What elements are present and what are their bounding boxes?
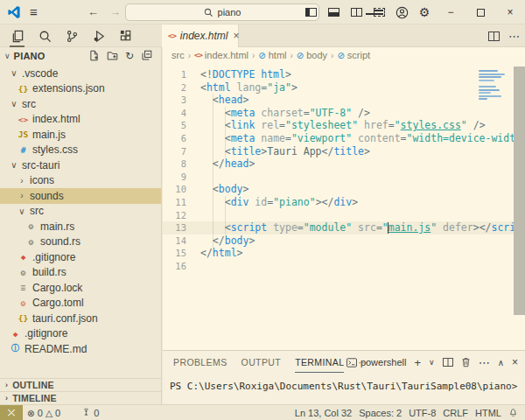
minimize-button[interactable]: − — [436, 0, 466, 24]
back-icon[interactable]: ← — [88, 5, 99, 18]
shell-selector[interactable]: powershell — [346, 357, 407, 368]
eol[interactable]: CRLF — [443, 408, 468, 418]
tab-problems[interactable]: PROBLEMS — [173, 353, 228, 372]
code-line-16[interactable]: 16 — [163, 260, 525, 273]
toml-file-icon: ⚙ — [18, 298, 29, 308]
minimap[interactable] — [479, 70, 510, 102]
tree-item-tauri-conf-json[interactable]: {}tauri.conf.json — [0, 311, 161, 326]
split-editor-icon[interactable] — [488, 32, 500, 41]
tree-item-build-rs[interactable]: ⚙build.rs — [0, 265, 161, 281]
tree-item-src-tauri[interactable]: ∨src-tauri — [0, 158, 161, 173]
terminal-dropdown-icon[interactable]: ∨ — [429, 358, 435, 367]
tree-item-cargo-lock[interactable]: ≡Cargo.lock — [0, 280, 161, 296]
kill-terminal-icon[interactable] — [461, 357, 471, 368]
tab-close-icon[interactable]: × — [234, 30, 240, 42]
breadcrumb-body[interactable]: body — [306, 50, 327, 60]
code-line-13[interactable]: 13 <script type="module" src="main.js" d… — [163, 221, 525, 234]
code-line-6[interactable]: 6 <meta name="viewport" content="width=d… — [163, 132, 525, 145]
code-line-11[interactable]: 11 <div id="piano"></div> — [163, 196, 525, 209]
tree-item-sounds[interactable]: ›sounds — [0, 188, 161, 204]
code-area[interactable]: 1<!DOCTYPE html>2<html lang="ja">3 <head… — [163, 63, 525, 350]
tab-terminal[interactable]: TERMINAL — [295, 353, 344, 373]
breadcrumb-src[interactable]: src — [172, 50, 185, 60]
close-button[interactable]: × — [495, 0, 525, 24]
code-line-14[interactable]: 14 </body> — [163, 234, 525, 248]
menu-icon[interactable]: ≡ — [30, 4, 38, 19]
code-line-5[interactable]: 5 <link rel="stylesheet" href="styles.cs… — [163, 119, 525, 132]
editor[interactable]: src › <> index.html › ⊘ html › ⊘ body › … — [163, 47, 525, 350]
panel-more-icon[interactable]: ⋯ — [479, 356, 490, 369]
new-terminal-icon[interactable]: + — [414, 356, 421, 369]
line-content: <script type="module" src="main.js" defe… — [186, 221, 525, 234]
tree-item-src[interactable]: ∨src — [0, 96, 161, 112]
breadcrumb-html[interactable]: html — [269, 50, 287, 60]
code-line-10[interactable]: 10 <body> — [163, 183, 525, 196]
tree-item-extensions-json[interactable]: {}extensions.json — [0, 81, 161, 97]
account-icon[interactable] — [390, 0, 413, 24]
tree-item-cargo-toml[interactable]: ⚙Cargo.toml — [0, 296, 161, 312]
terminal-prompt[interactable]: PS C:\Users\Roxiga\Documents\Rust\Tauri\… — [163, 374, 525, 392]
encoding[interactable]: UTF-8 — [409, 408, 436, 418]
tree-item-icons[interactable]: ›icons — [0, 173, 161, 189]
collapse-all-icon[interactable] — [141, 50, 152, 62]
refresh-icon[interactable]: ↻ — [125, 50, 134, 62]
language-mode[interactable]: HTML — [475, 408, 501, 418]
editor-scrollbar[interactable] — [514, 66, 525, 315]
close-panel-icon[interactable]: × — [512, 356, 518, 368]
code-line-7[interactable]: 7 <title>Tauri App</title> — [163, 145, 525, 158]
code-line-12[interactable]: 12 — [163, 209, 525, 222]
ports-status[interactable]: 0 — [77, 408, 103, 418]
settings-gear-icon[interactable]: ⚙ — [413, 0, 436, 24]
explorer-icon[interactable] — [7, 25, 28, 47]
code-line-4[interactable]: 4 <meta charset="UTF-8" /> — [163, 107, 525, 120]
notifications-bell-icon[interactable] — [508, 408, 518, 418]
source-control-icon[interactable] — [61, 25, 82, 47]
tree-item-sound-rs[interactable]: ⚙sound.rs — [0, 234, 161, 250]
code-line-8[interactable]: 8 </head> — [163, 158, 525, 171]
outline-section[interactable]: › OUTLINE — [0, 378, 161, 391]
tree-item-src[interactable]: ∨src — [0, 204, 161, 220]
line-number: 4 — [163, 107, 186, 120]
tree-item-main-js[interactable]: JSmain.js — [0, 127, 161, 143]
code-line-9[interactable]: 9 — [163, 171, 525, 184]
breadcrumb-file[interactable]: index.html — [205, 50, 248, 60]
tree-item-main-rs[interactable]: ⚙main.rs — [0, 219, 161, 234]
tab-index-html[interactable]: <> index.html × — [162, 24, 239, 47]
tree-item--gitignore[interactable]: ◆.gitignore — [0, 249, 161, 265]
maximize-button[interactable] — [466, 0, 495, 24]
tab-output[interactable]: OUTPUT — [242, 353, 282, 372]
search-input[interactable]: piano — [125, 4, 319, 21]
extensions-icon[interactable] — [116, 25, 136, 47]
split-terminal-icon[interactable] — [443, 358, 453, 367]
tree-item-readme-md[interactable]: ⓘREADME.md — [0, 341, 161, 357]
problems-status[interactable]: ⊗ 0 △ 0 — [23, 408, 65, 418]
timeline-section[interactable]: › TIMELINE — [0, 391, 161, 404]
tree-item-index-html[interactable]: <>index.html — [0, 112, 161, 128]
breadcrumb-script[interactable]: script — [347, 50, 370, 60]
tree-item--gitignore[interactable]: ◆.gitignore — [0, 326, 161, 342]
code-line-1[interactable]: 1<!DOCTYPE html> — [163, 68, 525, 81]
toggle-sidebar-icon[interactable] — [299, 0, 322, 24]
tree-item-styles-css[interactable]: #styles.css — [0, 143, 161, 158]
run-debug-icon[interactable] — [88, 25, 109, 47]
cursor-position[interactable]: Ln 13, Col 32 — [295, 408, 352, 418]
explorer-header[interactable]: ∨ PIANO ↻ — [0, 47, 161, 65]
tree-item-label: .gitignore — [32, 251, 75, 263]
new-file-icon[interactable] — [88, 50, 100, 62]
info-file-icon: ⓘ — [10, 343, 21, 354]
code-line-15[interactable]: 15</html> — [163, 247, 525, 260]
maximize-panel-icon[interactable]: ∧ — [498, 358, 504, 368]
forward-icon[interactable]: → — [109, 5, 121, 18]
editor-more-icon[interactable]: ⋯ — [508, 30, 520, 43]
tree-item--vscode[interactable]: ∨.vscode — [0, 66, 161, 81]
symbol-icon: ⊘ — [297, 51, 304, 60]
indentation[interactable]: Spaces: 2 — [359, 408, 402, 418]
search-view-icon[interactable] — [34, 25, 55, 47]
code-line-2[interactable]: 2<html lang="ja"> — [163, 81, 525, 94]
customize-layout-icon[interactable] — [368, 0, 390, 24]
split-layout-icon[interactable] — [345, 0, 368, 24]
new-folder-icon[interactable] — [107, 50, 118, 62]
remote-indicator[interactable]: ⤫ — [0, 405, 23, 420]
toggle-panel-icon[interactable] — [322, 0, 345, 24]
code-line-3[interactable]: 3 <head> — [163, 94, 525, 107]
